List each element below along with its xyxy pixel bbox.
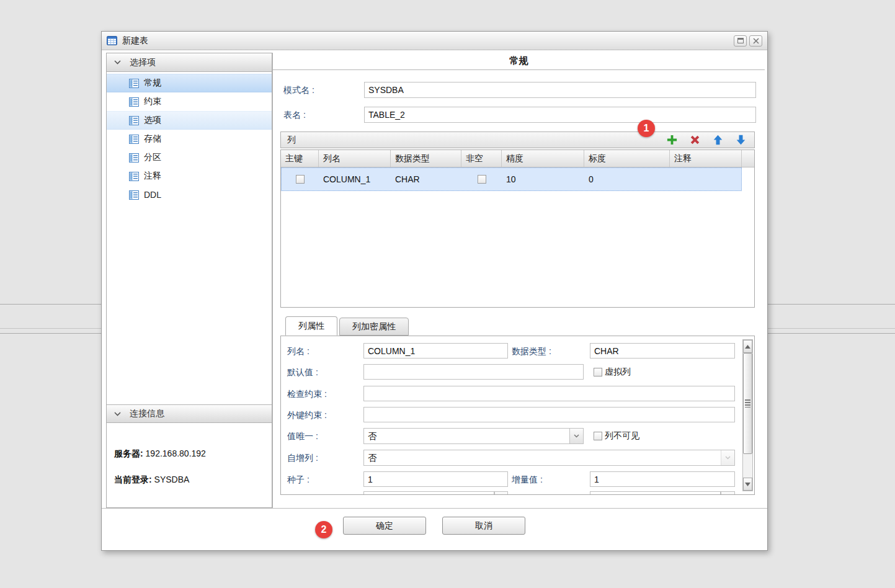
sidebar-item-comment[interactable]: 注释: [107, 167, 272, 185]
login-value: SYSDBA: [154, 474, 190, 484]
column-header[interactable]: 主键: [281, 150, 319, 167]
chevron-down-icon[interactable]: [569, 429, 583, 443]
step-badge-2: 2: [315, 521, 332, 538]
scrollbar-thumb[interactable]: [743, 353, 752, 454]
ok-button[interactable]: 确定: [343, 517, 426, 535]
primary-key-checkbox[interactable]: [296, 175, 305, 184]
delete-column-icon[interactable]: [688, 134, 701, 146]
seed-label: 种子 :: [287, 474, 309, 486]
scroll-down-button[interactable]: [743, 478, 752, 491]
table-row[interactable]: COLUMN_1 CHAR 10 0: [281, 167, 742, 191]
restore-button[interactable]: [734, 35, 747, 47]
sidebar-item-partition[interactable]: 分区: [107, 148, 272, 167]
sidebar-item-ddl[interactable]: DDL: [107, 185, 272, 204]
column-header[interactable]: 精度: [502, 150, 584, 167]
invisible-column-option[interactable]: 列不可见: [594, 430, 639, 442]
server-label: 服务器:: [114, 448, 143, 458]
login-info: 当前登录: SYSDBA: [114, 474, 263, 486]
cell-scale[interactable]: 0: [584, 174, 670, 184]
increment-label: 增量值 :: [512, 474, 543, 486]
sidebar-item-options[interactable]: 选项: [107, 111, 272, 130]
cell-precision[interactable]: 10: [502, 174, 584, 184]
unique-label: 值唯一 :: [287, 431, 318, 442]
schema-name-label: 模式名 :: [283, 85, 314, 96]
move-up-icon[interactable]: [711, 134, 724, 146]
move-down-icon[interactable]: [734, 134, 747, 146]
virtual-column-label: 虚拟列: [605, 367, 631, 378]
cancel-button[interactable]: 取消: [442, 517, 525, 535]
page-icon: [129, 135, 139, 144]
unique-select[interactable]: 否: [363, 428, 584, 444]
dialog-title: 新建表: [122, 35, 148, 47]
column-properties-panel: 列名 : 数据类型 : 默认值 : 虚拟列 检查约束 : 外键约束 : 值唯一 …: [280, 336, 755, 495]
chevron-down-icon: [114, 60, 121, 65]
page-icon: [129, 153, 139, 163]
check-constraint-label: 检查约束 :: [287, 389, 327, 400]
autoincrement-select[interactable]: 否: [363, 450, 735, 466]
autoincrement-label: 自增列 :: [287, 453, 318, 464]
unique-select-value: 否: [368, 431, 376, 441]
page-icon: [129, 190, 139, 200]
invisible-column-checkbox[interactable]: [594, 432, 602, 440]
property-tabs: 列属性 列加密属性: [285, 316, 409, 336]
vertical-scrollbar[interactable]: [742, 339, 753, 491]
default-value-label: 默认值 :: [287, 367, 318, 378]
scrollbar-grip: [745, 399, 750, 408]
column-header[interactable]: 注释: [670, 150, 742, 167]
sidebar-item-label: 选项: [144, 115, 161, 126]
step-badge-1: 1: [638, 120, 655, 137]
scroll-up-button[interactable]: [743, 340, 752, 353]
page-icon: [129, 116, 139, 125]
column-header[interactable]: 非空: [461, 150, 502, 167]
columns-panel-title: 列: [287, 135, 296, 146]
tab-column-encryption-properties[interactable]: 列加密属性: [339, 318, 409, 336]
check-constraint-input[interactable]: [363, 386, 735, 401]
not-null-checkbox[interactable]: [478, 175, 486, 184]
column-header-gutter: [742, 150, 754, 167]
tab-column-properties[interactable]: 列属性: [285, 316, 337, 336]
option-sidebar: 选择项 常规 约束 选项 存储 分区: [106, 53, 272, 508]
schema-name-input[interactable]: [364, 82, 756, 98]
page-icon: [129, 79, 139, 88]
virtual-column-checkbox[interactable]: [594, 368, 602, 376]
col-name-label: 列名 :: [287, 346, 309, 357]
invisible-column-label: 列不可见: [605, 430, 639, 442]
sidebar-item-label: 常规: [144, 78, 161, 89]
desktop-background: { "window": { "title": "新建表" }, "sidebar…: [0, 0, 895, 588]
new-table-dialog: 新建表 选择项 常规 约束 选项 存储: [101, 31, 768, 551]
cell-data-type[interactable]: CHAR: [391, 174, 461, 184]
col-type-input[interactable]: [590, 343, 735, 359]
default-value-input[interactable]: [363, 364, 584, 380]
column-header[interactable]: 列名: [319, 150, 391, 167]
fk-constraint-input[interactable]: [363, 407, 735, 422]
clipped-combo-button[interactable]: [494, 491, 508, 495]
page-icon: [129, 97, 139, 107]
column-header[interactable]: 数据类型: [391, 150, 461, 167]
column-header[interactable]: 标度: [584, 150, 670, 167]
table-icon: [107, 36, 117, 45]
close-button[interactable]: [749, 35, 762, 47]
sidebar-section-connection[interactable]: 连接信息: [107, 404, 272, 423]
connection-header-label: 连接信息: [130, 408, 164, 419]
clipped-input[interactable]: [363, 491, 494, 495]
virtual-column-option[interactable]: 虚拟列: [594, 367, 631, 378]
add-column-icon[interactable]: [666, 134, 678, 146]
chevron-down-icon: [114, 412, 121, 416]
page-icon: [129, 172, 139, 181]
table-name-input[interactable]: [364, 107, 756, 123]
sidebar-item-storage[interactable]: 存储: [107, 130, 272, 148]
cell-column-name[interactable]: COLUMN_1: [319, 174, 391, 184]
clipped-input[interactable]: [590, 491, 721, 495]
columns-toolbar: 列: [280, 131, 755, 148]
increment-input[interactable]: [590, 471, 735, 487]
dialog-titlebar[interactable]: 新建表: [102, 32, 767, 50]
chevron-down-icon: [721, 450, 734, 465]
sidebar-section-options[interactable]: 选择项: [107, 53, 272, 72]
sidebar-item-constraints[interactable]: 约束: [107, 92, 272, 111]
clipped-combo-button[interactable]: [721, 491, 735, 495]
server-info: 服务器: 192.168.80.192: [114, 448, 263, 460]
autoincrement-select-value: 否: [368, 453, 376, 463]
sidebar-item-general[interactable]: 常规: [107, 74, 272, 92]
seed-input[interactable]: [363, 471, 508, 487]
col-name-input[interactable]: [363, 343, 508, 359]
